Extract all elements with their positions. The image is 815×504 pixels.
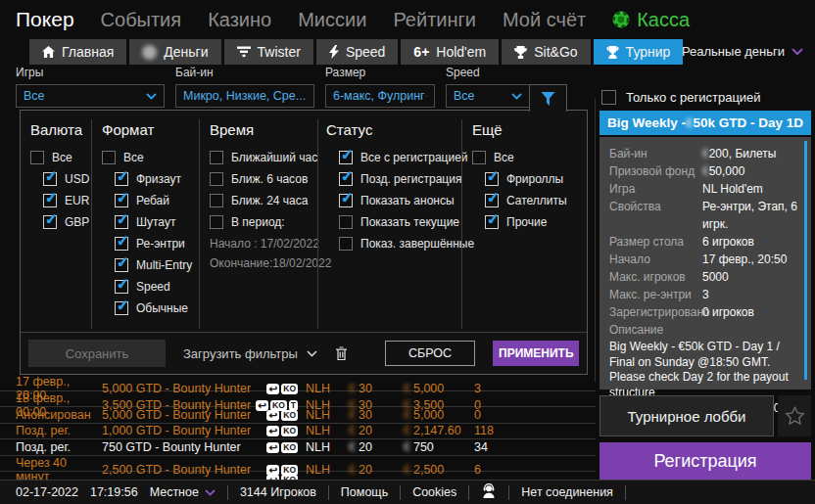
checkbox[interactable] bbox=[210, 215, 223, 229]
tab-speed[interactable]: Speed bbox=[316, 39, 398, 65]
row-buyin: 20 bbox=[359, 463, 372, 477]
save-filters-button[interactable]: Сохранить bbox=[28, 340, 166, 367]
checkbox[interactable] bbox=[102, 151, 116, 164]
top-menu-item-poker[interactable]: Покер bbox=[16, 8, 74, 31]
filter-panel: Валюта Все USD EUR GBP Формат Все Фризау… bbox=[20, 110, 588, 375]
filter-checkbox-item: Показать анонсы bbox=[339, 194, 461, 206]
checkbox[interactable] bbox=[485, 172, 499, 186]
filter-column: Ещё Все Фрироллы Сателлиты Прочие bbox=[461, 119, 587, 329]
row-badges: ↩KO bbox=[251, 473, 306, 480]
checkbox[interactable] bbox=[210, 194, 223, 207]
filter-column-title: Валюта bbox=[30, 121, 91, 138]
checkbox[interactable] bbox=[485, 215, 499, 229]
tab-twister[interactable]: Twister bbox=[224, 39, 313, 65]
tab-bar-tabs: Главная Деньги Twister Speed 6+ Hold'em … bbox=[29, 39, 683, 65]
tab-holdem[interactable]: 6+ Hold'em bbox=[401, 39, 499, 65]
trash-icon bbox=[335, 346, 348, 361]
top-menu-item-casino[interactable]: Казино bbox=[208, 9, 271, 31]
top-menu-item-missions[interactable]: Миссии bbox=[298, 9, 366, 31]
filter-footer: Сохранить Загрузить фильтры СБРОС ПРИМЕН… bbox=[21, 333, 587, 374]
filter-checkbox-item: Все bbox=[30, 151, 91, 163]
load-filters-dropdown[interactable]: Загрузить фильтры bbox=[183, 346, 317, 361]
checkbox[interactable] bbox=[43, 194, 57, 207]
badge-ko: KO bbox=[281, 442, 298, 453]
cashier-button[interactable]: Касса bbox=[612, 9, 690, 31]
checkbox[interactable] bbox=[115, 258, 128, 272]
checkbox[interactable] bbox=[485, 194, 499, 207]
row-buyin: 30 bbox=[359, 408, 372, 422]
tournament-lobby-button[interactable]: Турнирное лобби bbox=[599, 395, 774, 436]
quick-filter-dropdown[interactable]: Все bbox=[446, 84, 530, 108]
quick-filter-size: Размер 6-макс, Фулринг bbox=[325, 66, 435, 108]
tab-money[interactable]: Деньги bbox=[129, 39, 220, 65]
top-menu-item-account[interactable]: Мой счёт bbox=[503, 9, 586, 31]
checkbox[interactable] bbox=[339, 215, 353, 229]
apply-filters-button[interactable]: ПРИМЕНИТЬ bbox=[493, 341, 579, 366]
details-scrollbar[interactable] bbox=[804, 141, 807, 380]
delete-filter-button[interactable] bbox=[335, 346, 348, 361]
balance-mode-dropdown[interactable]: Реальные деньги bbox=[682, 44, 803, 59]
help-link[interactable]: Помощь bbox=[341, 485, 388, 499]
badge-ko: KO bbox=[281, 410, 298, 421]
quick-filter-label: Бай-ин bbox=[175, 66, 314, 79]
tab-sitgo[interactable]: Sit&Go bbox=[502, 39, 590, 65]
info-value: 6 игроков bbox=[702, 233, 754, 251]
only-with-registration-checkbox[interactable] bbox=[601, 90, 616, 105]
checkbox[interactable] bbox=[339, 151, 353, 164]
top-menu-item-events[interactable]: События bbox=[101, 9, 182, 31]
row-prize: 750 bbox=[413, 440, 434, 454]
register-button[interactable]: Регистрация bbox=[599, 442, 811, 480]
checkbox[interactable] bbox=[43, 215, 57, 229]
tournament-row[interactable]: 17 февр., 20:00 5,000 GTD - Bounty Hunte… bbox=[0, 375, 596, 391]
row-badges: ↩KO bbox=[251, 440, 306, 454]
filter-checkbox-item: Позд. регистрация bbox=[339, 172, 461, 185]
timezone-dropdown[interactable]: Местное bbox=[150, 485, 216, 499]
info-value: 3 bbox=[702, 286, 709, 303]
info-label: Начало bbox=[609, 251, 702, 268]
tournament-row[interactable]: Через 40 минут 2,500 GTD - Bounty Hunter… bbox=[0, 456, 596, 473]
checkbox[interactable] bbox=[472, 151, 486, 164]
quick-filter-dropdown[interactable]: 6-макс, Фулринг bbox=[325, 84, 435, 108]
tab-home[interactable]: Главная bbox=[29, 39, 126, 65]
checkbox[interactable] bbox=[115, 237, 128, 251]
quick-filter-dropdown[interactable]: Микро, Низкие, Сре... bbox=[175, 84, 314, 108]
checkbox-label: Все bbox=[494, 151, 514, 164]
checkbox[interactable] bbox=[115, 280, 128, 294]
filter-checkbox-item: Шутаут bbox=[115, 215, 199, 228]
tournament-row[interactable]: Позд. рег. 750 GTD - Bounty Hunter ↩KO N… bbox=[0, 439, 596, 456]
tournament-row[interactable]: Анонсирован 5,000 GTD - Bounty Hunter ↩K… bbox=[0, 407, 596, 424]
checkbox[interactable] bbox=[115, 301, 128, 315]
checkbox-label: Ближайший час bbox=[231, 151, 317, 164]
filter-column-title: Статус bbox=[326, 121, 461, 138]
currency-censored: € bbox=[349, 408, 356, 422]
currency-censored: € bbox=[349, 440, 356, 454]
checkbox[interactable] bbox=[43, 172, 57, 186]
checkbox[interactable] bbox=[339, 237, 353, 251]
advanced-filter-toggle[interactable] bbox=[529, 84, 567, 112]
reset-filters-button[interactable]: СБРОС bbox=[385, 341, 475, 366]
checkbox[interactable] bbox=[339, 194, 353, 207]
filter-column: Статус Все с регистрацией Позд. регистра… bbox=[317, 119, 461, 329]
selected-tournament-title[interactable]: Big Weekly - €50k GTD - Day 1D bbox=[599, 111, 811, 135]
top-menu-items: Покер События Казино Миссии Рейтинги Мой… bbox=[16, 8, 586, 31]
checkbox[interactable] bbox=[115, 172, 128, 186]
checkbox-label: Ближ. 24 часа bbox=[231, 194, 308, 207]
checkbox[interactable] bbox=[210, 172, 223, 186]
checkbox[interactable] bbox=[30, 151, 44, 164]
checkbox-label: Показать текущие bbox=[360, 215, 459, 229]
favorite-button[interactable] bbox=[778, 395, 811, 436]
tab-tournament[interactable]: Турнир bbox=[594, 39, 684, 65]
quick-filter-dropdown[interactable]: Все bbox=[16, 84, 165, 108]
filter-checkbox-item: Ближ. 24 часа bbox=[210, 194, 317, 206]
checkbox-label: Ближ. 6 часов bbox=[231, 172, 308, 186]
support-button[interactable] bbox=[481, 483, 497, 501]
checkbox[interactable] bbox=[115, 194, 128, 207]
checkbox[interactable] bbox=[210, 151, 223, 164]
quick-filter-value: Микро, Низкие, Сре... bbox=[183, 89, 306, 103]
currency-censored: € bbox=[404, 424, 410, 437]
checkbox[interactable] bbox=[115, 215, 128, 229]
checkbox[interactable] bbox=[339, 172, 353, 186]
tournament-row[interactable]: Позд. рег. 1,000 GTD - Bounty Hunter ↩KO… bbox=[0, 424, 596, 440]
cookies-link[interactable]: Cookies bbox=[412, 485, 456, 499]
top-menu-item-ratings[interactable]: Рейтинги bbox=[393, 9, 476, 31]
